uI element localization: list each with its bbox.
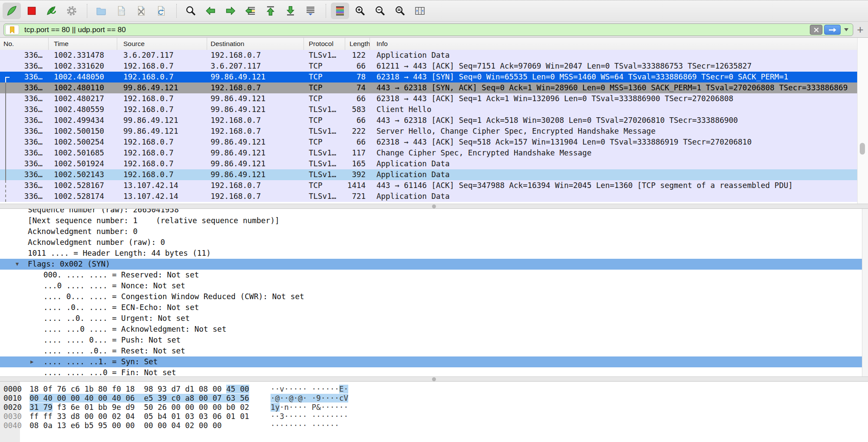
cell-src: 192.168.0.7 <box>117 137 207 148</box>
detail-row[interactable]: ▶.... .... ..1. = Syn: Set <box>0 356 862 367</box>
cell-no: 336… <box>0 191 49 202</box>
hex-bytes[interactable]: 18 0f 76 c6 1b 80 f0 18 98 93 d7 d1 08 0… <box>30 385 271 394</box>
packet-row[interactable]: 336…1002.49943499.86.49.121192.168.0.7TC… <box>0 115 858 126</box>
clear-filter-button[interactable] <box>810 25 822 35</box>
hex-bytes[interactable]: 31 79 f3 6e 01 bb 9e d9 50 26 00 00 00 0… <box>30 403 271 412</box>
hex-offset: 0010 <box>0 394 20 403</box>
hex-row[interactable]: 004008 0a 13 e6 b5 95 00 00 00 00 04 02 … <box>0 421 868 430</box>
collapsed-triangle-icon[interactable]: ▶ <box>30 356 33 367</box>
hex-bytes[interactable]: ff ff 33 d8 00 00 02 04 05 b4 01 03 03 0… <box>30 412 271 421</box>
list-details-splitter[interactable] <box>0 204 868 209</box>
cell-no: 336… <box>0 104 49 115</box>
hex-ascii[interactable]: 1y·n···· P&······ <box>271 403 348 412</box>
hex-row[interactable]: 0030ff ff 33 d8 00 00 02 04 05 b4 01 03 … <box>0 412 868 421</box>
go-forward-button[interactable] <box>221 3 240 19</box>
hex-offset: 0000 <box>0 385 20 394</box>
column-header-no[interactable]: No. <box>0 38 49 50</box>
go-back-button[interactable] <box>201 3 220 19</box>
column-header-dst[interactable]: Destination <box>207 38 304 50</box>
doc-binary-icon: 010100110101110 <box>116 5 127 16</box>
packet-row[interactable]: 336…1002.501685192.168.0.799.86.49.121TL… <box>0 148 858 158</box>
find-packet-button[interactable] <box>182 3 200 19</box>
detail-row[interactable]: 1011 .... = Header Length: 44 bytes (11) <box>0 248 862 259</box>
hex-ascii[interactable]: ·@··@·@· ·9····cV <box>271 394 348 403</box>
cell-info: 62318 → 443 [ACK] Seq=518 Ack=157 Win=13… <box>370 137 858 148</box>
detail-row[interactable]: .... .... 0... = Push: Not set <box>0 335 862 346</box>
display-filter-field[interactable]: tcp.port == 80 || udp.port == 80 <box>3 23 853 36</box>
hex-ascii[interactable]: ··3····· ········ <box>271 412 348 421</box>
column-header-proto[interactable]: Protocol <box>304 38 345 50</box>
zoom-in-button[interactable] <box>351 3 369 19</box>
packet-row[interactable]: 336…1002.480217192.168.0.799.86.49.121TC… <box>0 93 858 104</box>
packet-row[interactable]: 336…1002.448050192.168.0.799.86.49.121TC… <box>0 72 858 82</box>
details-hex-splitter[interactable] <box>0 376 868 382</box>
zoom-reset-button[interactable] <box>391 3 409 19</box>
stop-capture-button[interactable] <box>23 3 41 19</box>
detail-row[interactable]: ▼Flags: 0x002 (SYN) <box>0 259 862 270</box>
hex-row[interactable]: 001000 40 00 00 40 00 40 06 e5 39 c0 a8 … <box>0 394 868 403</box>
magnifier-equal-icon <box>394 5 406 16</box>
cell-dst: 99.86.49.121 <box>207 169 304 180</box>
expanded-triangle-icon[interactable]: ▼ <box>16 259 19 270</box>
apply-filter-button[interactable] <box>824 25 841 35</box>
hex-ascii[interactable]: ········ ······ <box>271 421 339 430</box>
resize-columns-button[interactable] <box>411 3 429 19</box>
packet-row[interactable]: 336…1002.48011099.86.49.121192.168.0.7TC… <box>0 82 858 93</box>
scrollbar-thumb[interactable] <box>860 143 865 155</box>
filter-bookmark-button[interactable] <box>5 25 19 35</box>
magnifier-minus-icon <box>374 5 386 16</box>
detail-row[interactable]: .... ..0. .... = Urgent: Not set <box>0 313 862 324</box>
column-header-info[interactable]: Info <box>370 38 868 50</box>
packet-row[interactable]: 336…1002.480559192.168.0.799.86.49.121TL… <box>0 104 858 115</box>
auto-scroll-button[interactable] <box>301 3 320 19</box>
cell-proto: TCP <box>304 82 345 93</box>
zoom-out-button[interactable] <box>371 3 389 19</box>
go-last-packet-button[interactable] <box>281 3 300 19</box>
packet-row[interactable]: 336…1002.331620192.168.0.73.6.207.117TCP… <box>0 61 858 72</box>
packet-row[interactable]: 336…1002.501924192.168.0.799.86.49.121TL… <box>0 158 858 169</box>
cell-src: 3.6.207.117 <box>117 50 207 61</box>
chevron-down-icon[interactable] <box>844 28 848 31</box>
go-to-packet-button[interactable] <box>241 3 260 19</box>
detail-row[interactable]: .... .0.. .... = ECN-Echo: Not set <box>0 302 862 313</box>
packet-row[interactable]: 336…1002.3314783.6.207.117192.168.0.7TLS… <box>0 50 858 61</box>
hex-bytes[interactable]: 00 40 00 00 40 00 40 06 e5 39 c0 a8 00 0… <box>30 394 271 403</box>
packet-row[interactable]: 336…1002.52817413.107.42.14192.168.0.7TL… <box>0 191 858 202</box>
column-header-len[interactable]: Length <box>345 38 370 50</box>
detail-row[interactable]: 000. .... .... = Reserved: Not set <box>0 270 862 280</box>
packet-list-scrollbar[interactable] <box>857 38 868 204</box>
column-header-time[interactable]: Time <box>49 38 117 50</box>
detail-row[interactable]: .... 0... .... = Congestion Window Reduc… <box>0 291 862 302</box>
detail-row[interactable]: Acknowledgment number (raw): 0 <box>0 237 862 248</box>
colorize-button[interactable] <box>331 3 349 19</box>
detail-row[interactable]: Sequence number (raw): 2665041958 <box>0 209 862 215</box>
detail-row[interactable]: .... .... .0.. = Reset: Not set <box>0 346 862 356</box>
details-scrollbar[interactable] <box>862 209 868 376</box>
capture-options-button[interactable] <box>63 3 81 19</box>
go-first-packet-button[interactable] <box>261 3 280 19</box>
hex-ascii[interactable]: ··v····· ······E· <box>271 385 348 394</box>
open-file-button[interactable] <box>92 3 110 19</box>
packet-row[interactable]: 336…1002.52816713.107.42.14192.168.0.7TC… <box>0 180 858 191</box>
detail-row[interactable]: .... .... ...0 = Fin: Not set <box>0 367 862 376</box>
close-file-button[interactable] <box>132 3 150 19</box>
detail-row[interactable]: Acknowledgment number: 0 <box>0 226 862 237</box>
hex-bytes[interactable]: 08 0a 13 e6 b5 95 00 00 00 00 04 02 00 0… <box>30 421 271 430</box>
reload-file-button[interactable] <box>152 3 170 19</box>
packet-row[interactable]: 336…1002.502143192.168.0.799.86.49.121TL… <box>0 169 858 180</box>
add-filter-button[interactable]: + <box>854 22 866 37</box>
start-capture-button[interactable] <box>3 3 21 19</box>
save-file-button[interactable]: 010100110101110 <box>112 3 130 19</box>
cell-no: 336… <box>0 72 49 82</box>
restart-capture-button[interactable] <box>43 3 61 19</box>
filter-expression-input[interactable]: tcp.port == 80 || udp.port == 80 <box>24 26 810 34</box>
detail-row[interactable]: .... ...0 .... = Acknowledgment: Not set <box>0 324 862 335</box>
detail-row[interactable]: ...0 .... .... = Nonce: Not set <box>0 280 862 291</box>
packet-row[interactable]: 336…1002.50015099.86.49.121192.168.0.7TL… <box>0 126 858 137</box>
column-header-src[interactable]: Source <box>117 38 207 50</box>
detail-row[interactable]: [Next sequence number: 1 (relative seque… <box>0 215 862 226</box>
packet-row[interactable]: 336…1002.500254192.168.0.799.86.49.121TC… <box>0 137 858 148</box>
hex-row[interactable]: 002031 79 f3 6e 01 bb 9e d9 50 26 00 00 … <box>0 403 868 412</box>
color-rules-icon <box>334 5 346 16</box>
hex-row[interactable]: 000018 0f 76 c6 1b 80 f0 18 98 93 d7 d1 … <box>0 385 868 394</box>
